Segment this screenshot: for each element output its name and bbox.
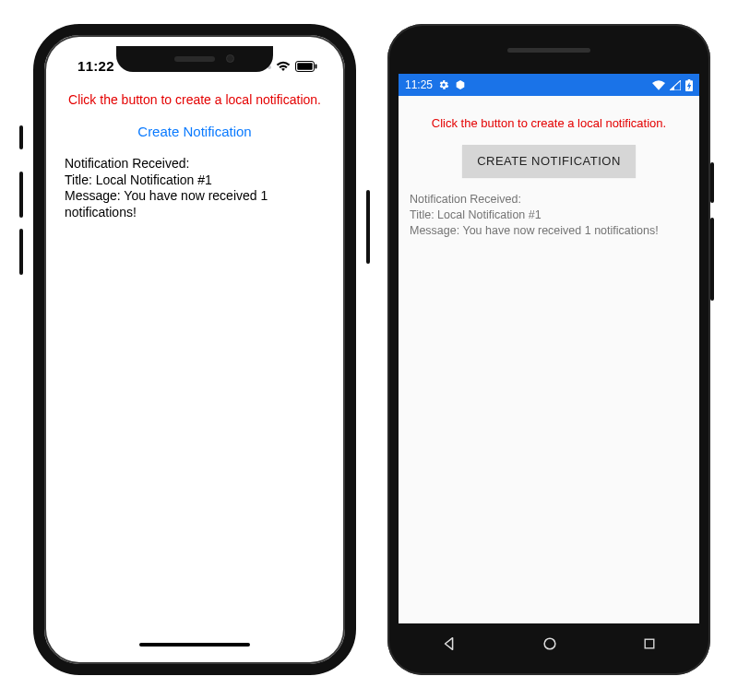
- android-recents-button[interactable]: [642, 636, 657, 651]
- svg-rect-1: [297, 63, 312, 69]
- svg-rect-4: [646, 639, 655, 648]
- svg-point-3: [544, 638, 555, 649]
- output-header: Notification Received:: [410, 192, 688, 208]
- notification-output: Notification Received: Title: Local Noti…: [410, 192, 688, 239]
- iphone-volume-up-button: [19, 172, 23, 218]
- output-title: Title: Local Notification #1: [65, 172, 325, 189]
- android-navigation-bar: [399, 623, 699, 664]
- android-volume-button: [710, 218, 714, 301]
- hexagon-icon: [455, 79, 466, 90]
- output-title: Title: Local Notification #1: [410, 208, 688, 223]
- ios-app-content: Click the button to create a local notif…: [55, 87, 334, 220]
- iphone-power-button: [366, 190, 370, 264]
- iphone-earpiece: [174, 56, 215, 62]
- android-power-button: [710, 162, 714, 203]
- iphone-screen: 11:22 Click the button to create a local…: [55, 46, 334, 653]
- iphone-notch: [116, 46, 273, 72]
- android-status-time: 11:25: [405, 78, 433, 91]
- create-notification-button[interactable]: Create Notification: [65, 124, 325, 139]
- android-app-content: Click the button to create a local notif…: [399, 96, 699, 239]
- iphone-volume-down-button: [19, 229, 23, 275]
- android-screen: 11:25: [399, 74, 699, 623]
- wifi-icon: [276, 59, 291, 76]
- wifi-icon: [652, 80, 665, 90]
- android-device-frame: 11:25: [387, 24, 710, 675]
- iphone-home-indicator[interactable]: [139, 643, 250, 647]
- notification-output: Notification Received: Title: Local Noti…: [65, 156, 325, 220]
- iphone-mute-switch: [19, 125, 23, 149]
- create-notification-button[interactable]: CREATE NOTIFICATION: [462, 145, 636, 177]
- ios-status-time: 11:22: [77, 58, 114, 74]
- android-home-button[interactable]: [542, 635, 558, 652]
- android-status-bar: 11:25: [399, 74, 699, 96]
- output-message: Message: You have now received 1 notific…: [65, 188, 325, 220]
- cellular-signal-icon: [670, 80, 681, 90]
- gear-icon: [438, 79, 449, 90]
- svg-rect-2: [315, 65, 317, 69]
- iphone-front-camera: [226, 54, 234, 63]
- battery-icon: [295, 59, 317, 76]
- battery-icon: [685, 79, 693, 91]
- android-earpiece: [507, 48, 590, 53]
- instruction-label: Click the button to create a local notif…: [65, 92, 325, 107]
- iphone-device-frame: 11:22 Click the button to create a local…: [33, 24, 356, 675]
- android-body: 11:25: [387, 24, 710, 675]
- iphone-body: 11:22 Click the button to create a local…: [33, 24, 356, 675]
- output-header: Notification Received:: [65, 156, 325, 172]
- output-message: Message: You have now received 1 notific…: [410, 223, 688, 239]
- android-back-button[interactable]: [441, 635, 458, 652]
- instruction-label: Click the button to create a local notif…: [410, 116, 688, 130]
